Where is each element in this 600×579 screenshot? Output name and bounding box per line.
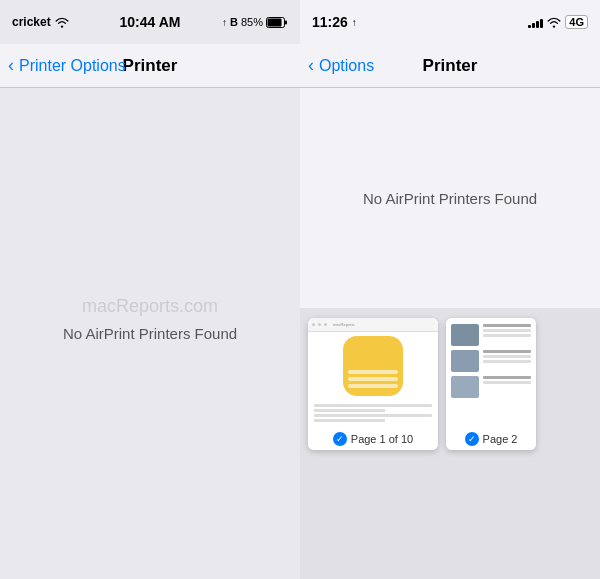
back-label-left: Printer Options	[19, 57, 126, 75]
thumb-logo	[343, 336, 403, 396]
page-label-1: Page 1 of 10	[308, 428, 438, 450]
page-thumb-2-inner	[446, 318, 536, 428]
thumb2-line-2	[483, 329, 531, 332]
page-label-text-2: Page 2	[483, 433, 518, 445]
thumb2-lines-2	[483, 350, 531, 363]
thumb-text-line-3	[314, 414, 432, 417]
page-check-2	[465, 432, 479, 446]
nav-bar-right: ‹ Options Printer	[300, 44, 600, 88]
thumb2-line-1	[483, 324, 531, 327]
wifi-icon-right	[547, 17, 561, 28]
right-panel-top: No AirPrint Printers Found	[300, 88, 600, 308]
status-bar-right: 11:26 ↑ 4G	[300, 0, 600, 44]
svg-rect-1	[268, 18, 282, 26]
back-button-right[interactable]: ‹ Options	[308, 55, 374, 76]
nav-bar-left: ‹ Printer Options Printer	[0, 44, 300, 88]
thumb-site-label: macReports	[333, 322, 355, 327]
page-label-text-1: Page 1 of 10	[351, 433, 413, 445]
thumb2-img-1	[451, 324, 479, 346]
time-right: 11:26 ↑	[312, 14, 357, 30]
thumb-text-line-2	[314, 409, 385, 412]
status-icons-right: 4G	[528, 15, 588, 29]
back-chevron-left: ‹	[8, 55, 14, 76]
status-bar-left: cricket 10:44 AM ↑ B 85%	[0, 0, 300, 44]
thumb-dot-3	[324, 323, 327, 326]
watermark: macReports.com	[82, 296, 218, 317]
nav-title-right: Printer	[423, 56, 478, 76]
thumb2-lines-3	[483, 376, 531, 384]
thumb2-line-3	[483, 334, 531, 337]
svg-rect-2	[285, 20, 287, 24]
thumb-logo-line-2	[348, 377, 398, 381]
thumb2-img-2	[451, 350, 479, 372]
thumb2-row-2	[451, 350, 531, 372]
back-label-right: Options	[319, 57, 374, 75]
page-thumbnails-area: macReports	[300, 308, 600, 579]
location-icon-left: ↑	[222, 17, 227, 28]
left-panel: cricket 10:44 AM ↑ B 85% ‹	[0, 0, 300, 579]
thumb2-lines-1	[483, 324, 531, 337]
thumb2-row-3	[451, 376, 531, 398]
thumb-dot-2	[318, 323, 321, 326]
thumb2-row-1	[451, 324, 531, 346]
page-check-1	[333, 432, 347, 446]
thumb2-line-6	[483, 360, 531, 363]
thumb2-line-5	[483, 355, 531, 358]
thumb-text-line-4	[314, 419, 385, 422]
thumb-logo-lines	[348, 370, 398, 396]
no-printers-left: No AirPrint Printers Found	[63, 325, 237, 342]
status-icons-left: ↑ B 85%	[222, 16, 288, 28]
left-panel-content: macReports.com No AirPrint Printers Foun…	[0, 88, 300, 579]
back-chevron-right: ‹	[308, 55, 314, 76]
thumb2-line-8	[483, 381, 531, 384]
page-thumb-1[interactable]: macReports	[308, 318, 438, 450]
thumb2-rows	[446, 318, 536, 404]
signal-bars-right	[528, 17, 543, 28]
thumb-logo-shape	[343, 336, 403, 396]
wifi-icon	[55, 17, 69, 28]
thumb-dot-1	[312, 323, 315, 326]
nav-title-left: Printer	[123, 56, 178, 76]
thumb-text-line-1	[314, 404, 432, 407]
page-label-2: Page 2	[446, 428, 536, 450]
thumb-logo-line-3	[348, 384, 398, 388]
time-value-right: 11:26	[312, 14, 348, 30]
page-thumb-1-inner: macReports	[308, 318, 438, 428]
right-panel: 11:26 ↑ 4G ‹ Options Prin	[300, 0, 600, 579]
thumb-text-lines	[314, 404, 432, 424]
back-button-left[interactable]: ‹ Printer Options	[8, 55, 126, 76]
battery-icon-left	[266, 17, 288, 28]
battery-label-left: 85%	[241, 16, 263, 28]
bluetooth-icon: B	[230, 16, 238, 28]
thumb-logo-line-1	[348, 370, 398, 374]
carrier-label: cricket	[12, 15, 51, 29]
thumb-header-1: macReports	[308, 318, 438, 332]
signal-type-right: 4G	[565, 15, 588, 29]
thumb2-line-4	[483, 350, 531, 353]
thumb2-img-3	[451, 376, 479, 398]
page-thumb-2[interactable]: Page 2	[446, 318, 536, 450]
no-printers-right: No AirPrint Printers Found	[363, 190, 537, 207]
time-left: 10:44 AM	[120, 14, 181, 30]
location-icon-right: ↑	[352, 17, 357, 28]
thumb2-line-7	[483, 376, 531, 379]
